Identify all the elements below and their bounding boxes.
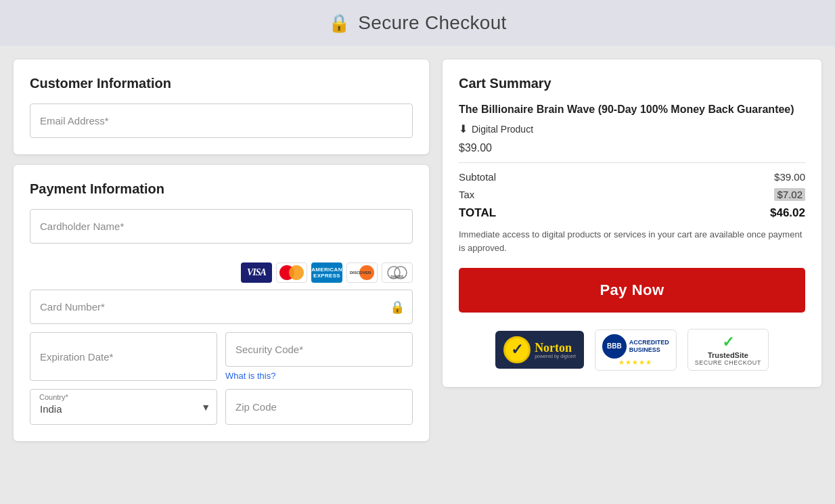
digital-label: Digital Product [472, 124, 533, 135]
subtotal-label: Subtotal [459, 171, 496, 183]
norton-powered-text: powered by digicert [535, 354, 576, 359]
cart-summary-card: Cart Summary The Billionaire Brain Wave … [443, 60, 821, 387]
payment-section-title: Payment Information [30, 181, 413, 197]
card-icons-row: VISA AMERICAN EXPRESS DISCOVER [30, 262, 413, 283]
trust-badges: ✓ Norton powered by digicert BBB ACCREDI… [459, 329, 805, 371]
discover-icon: DISCOVER [346, 262, 378, 283]
subtotal-value: $39.00 [774, 171, 805, 183]
total-label: TOTAL [459, 206, 496, 220]
bbb-accredited-text: ACCREDITED [629, 339, 669, 346]
subtotal-row: Subtotal $39.00 [459, 171, 805, 183]
expiration-field[interactable] [30, 332, 217, 381]
email-field[interactable] [30, 104, 413, 138]
product-name: The Billionaire Brain Wave (90-Day 100% … [459, 102, 805, 117]
cardholder-name-field[interactable] [30, 209, 413, 244]
card-number-wrapper: 🔒 [30, 290, 413, 324]
bbb-badge: BBB ACCREDITED BUSINESS ★★★★★ [595, 329, 677, 371]
payment-info-card: Payment Information VISA AMERICAN EXPRES… [14, 165, 429, 441]
visa-icon: VISA [241, 262, 272, 283]
country-label: Country* [39, 393, 68, 401]
expiry-security-row: What is this? [30, 332, 413, 381]
diners-icon: DINERS [382, 262, 413, 283]
zip-code-field[interactable] [225, 389, 413, 425]
tax-row: Tax $7.02 [459, 188, 805, 201]
amex-icon: AMERICAN EXPRESS [311, 262, 342, 283]
total-row: TOTAL $46.02 [459, 206, 805, 220]
divider [459, 162, 805, 163]
tax-label: Tax [459, 189, 474, 200]
svg-text:DINERS: DINERS [391, 275, 405, 279]
trusted-checkmark-icon: ✓ [722, 334, 734, 351]
what-is-this-link[interactable]: What is this? [225, 371, 413, 381]
left-panel: Customer Information Payment Information… [14, 60, 429, 490]
download-icon: ⬇ [459, 122, 468, 135]
checkout-header: 🔒 Secure Checkout [0, 0, 835, 46]
page-title: Secure Checkout [358, 12, 506, 34]
trusted-site-badge: ✓ TrustedSite SECURE CHECKOUT [687, 329, 769, 371]
bbb-seal: BBB [602, 334, 627, 359]
trusted-sub: SECURE CHECKOUT [695, 359, 761, 366]
product-price: $39.00 [459, 142, 805, 154]
card-number-field[interactable] [30, 290, 413, 324]
customer-info-card: Customer Information [14, 60, 429, 154]
total-value: $46.02 [770, 206, 805, 220]
digital-product-badge: ⬇ Digital Product [459, 122, 805, 135]
tax-value: $7.02 [774, 188, 805, 201]
access-text: Immediate access to digital products or … [459, 228, 805, 254]
lock-icon: 🔒 [328, 13, 350, 34]
security-code-field[interactable] [225, 332, 413, 367]
cart-title: Cart Summary [459, 76, 805, 91]
security-code-wrapper: What is this? [225, 332, 413, 381]
customer-section-title: Customer Information [30, 76, 413, 91]
bbb-stars: ★★★★★ [618, 359, 652, 366]
country-zip-row: Country* India United States United King… [30, 389, 413, 425]
norton-badge: ✓ Norton powered by digicert [495, 331, 584, 369]
pay-now-button[interactable]: Pay Now [459, 268, 805, 313]
norton-name-text: Norton [535, 342, 576, 354]
trusted-label: TrustedSite [708, 351, 748, 359]
bbb-business-text: BUSINESS [629, 346, 669, 354]
card-lock-icon: 🔒 [390, 300, 405, 315]
mastercard-icon [276, 262, 307, 283]
right-panel: Cart Summary The Billionaire Brain Wave … [443, 60, 821, 490]
country-wrapper: Country* India United States United King… [30, 389, 217, 425]
